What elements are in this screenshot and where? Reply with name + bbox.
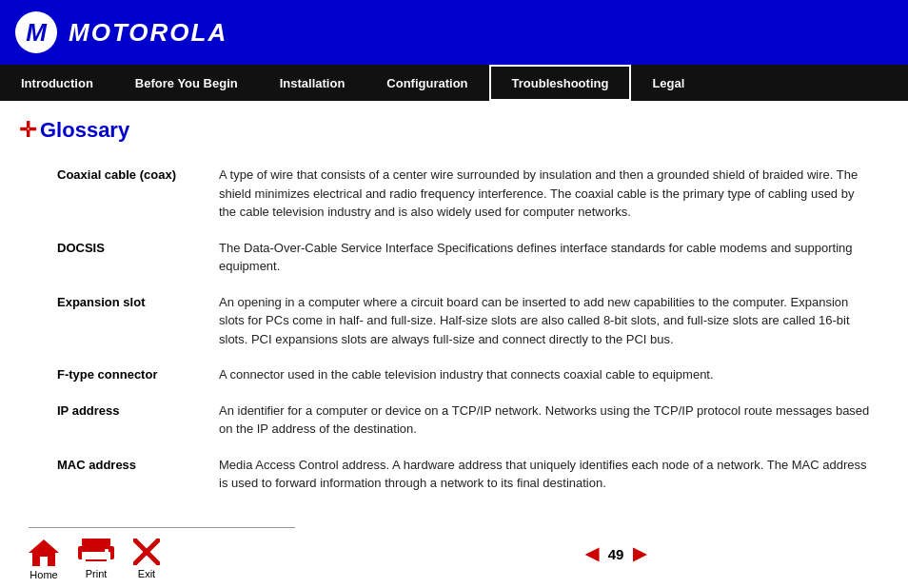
svg-rect-1: [82, 539, 110, 546]
footer-divider: [29, 527, 295, 528]
glossary-term: Coaxial cable (coax): [19, 160, 209, 233]
nav-legal[interactable]: Legal: [631, 65, 705, 101]
prev-arrow[interactable]: ◀: [585, 543, 599, 564]
page-title-row: ✛ Glossary: [19, 118, 879, 143]
glossary-definition: An opening in a computer where a circuit…: [209, 287, 879, 361]
print-label: Print: [86, 568, 108, 579]
glossary-table: Coaxial cable (coax)A type of wire that …: [19, 160, 879, 504]
svg-rect-5: [105, 549, 109, 552]
page-number: 49: [608, 546, 624, 562]
print-icon: [78, 539, 114, 565]
nav-configuration[interactable]: Configuration: [365, 65, 488, 101]
glossary-row: F-type connectorA connector used in the …: [19, 360, 879, 396]
main-content: ✛ Glossary Coaxial cable (coax)A type of…: [0, 101, 908, 514]
footer-icons: Home Print Exit: [29, 538, 324, 580]
glossary-row: DOCSISThe Data-Over-Cable Service Interf…: [19, 233, 879, 287]
glossary-term: DOCSIS: [19, 233, 209, 287]
glossary-definition: An identifier for a computer or device o…: [209, 396, 879, 450]
footer-center: ◀ 49 ▶: [324, 543, 908, 564]
glossary-row: IP addressAn identifier for a computer o…: [19, 396, 879, 450]
home-label: Home: [30, 569, 57, 580]
svg-rect-4: [86, 559, 107, 561]
exit-button[interactable]: Exit: [133, 539, 160, 579]
nav-installation[interactable]: Installation: [259, 65, 366, 101]
nav-introduction[interactable]: Introduction: [0, 65, 114, 101]
header: M MOTOROLA: [0, 0, 908, 65]
nav-before-you-begin[interactable]: Before You Begin: [114, 65, 259, 101]
glossary-term: MAC address: [19, 450, 209, 504]
glossary-definition: A connector used in the cable television…: [209, 360, 879, 396]
brand-name: MOTOROLA: [69, 18, 227, 48]
footer: Home Print Exit: [0, 519, 908, 588]
navbar: Introduction Before You Begin Installati…: [0, 65, 908, 101]
glossary-term: Expansion slot: [19, 287, 209, 361]
title-plus-icon: ✛: [19, 118, 36, 143]
exit-icon: [133, 539, 160, 565]
home-icon: [29, 538, 59, 566]
glossary-term: IP address: [19, 396, 209, 450]
glossary-row: MAC addressMedia Access Control address.…: [19, 450, 879, 504]
exit-label: Exit: [138, 568, 155, 579]
logo-circle: M: [15, 11, 57, 53]
nav-troubleshooting[interactable]: Troubleshooting: [489, 65, 632, 101]
page-title: Glossary: [40, 118, 129, 143]
glossary-definition: Media Access Control address. A hardware…: [209, 450, 879, 504]
footer-left: Home Print Exit: [0, 527, 324, 580]
logo-icon: M: [26, 20, 47, 45]
home-button[interactable]: Home: [29, 538, 59, 580]
next-arrow[interactable]: ▶: [633, 543, 646, 564]
glossary-row: Coaxial cable (coax)A type of wire that …: [19, 160, 879, 233]
svg-rect-3: [82, 552, 110, 563]
glossary-term: F-type connector: [19, 360, 209, 396]
glossary-row: Expansion slotAn opening in a computer w…: [19, 287, 879, 361]
svg-marker-0: [29, 539, 59, 566]
glossary-definition: The Data-Over-Cable Service Interface Sp…: [209, 233, 879, 287]
print-button[interactable]: Print: [78, 539, 114, 579]
glossary-definition: A type of wire that consists of a center…: [209, 160, 879, 233]
